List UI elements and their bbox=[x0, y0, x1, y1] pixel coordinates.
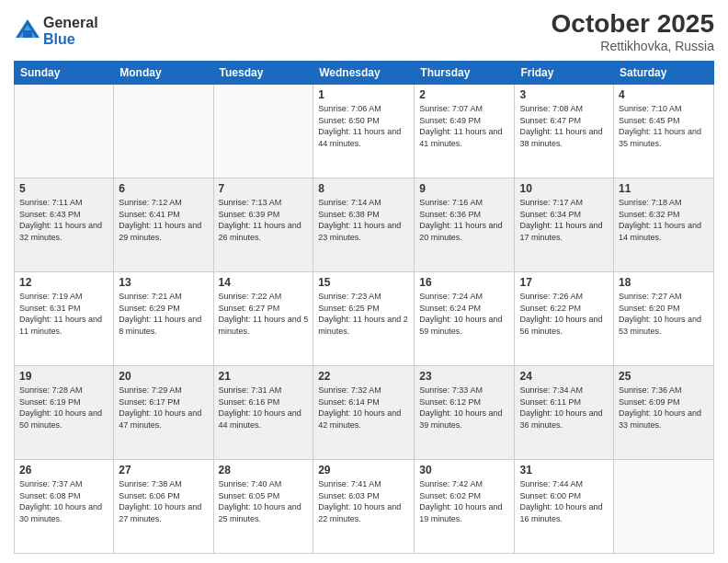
logo: General Blue bbox=[14, 15, 98, 47]
day-info: Sunrise: 7:11 AM Sunset: 6:43 PM Dayligh… bbox=[19, 197, 108, 243]
day-info: Sunrise: 7:42 AM Sunset: 6:02 PM Dayligh… bbox=[419, 478, 509, 524]
day-number: 20 bbox=[119, 370, 208, 383]
calendar-day-cell: 5Sunrise: 7:11 AM Sunset: 6:43 PM Daylig… bbox=[15, 178, 114, 272]
title-block: October 2025 Rettikhovka, Russia bbox=[552, 9, 714, 53]
day-number: 28 bbox=[219, 464, 309, 477]
day-info: Sunrise: 7:29 AM Sunset: 6:17 PM Dayligh… bbox=[119, 385, 208, 431]
calendar-day-cell: 13Sunrise: 7:21 AM Sunset: 6:29 PM Dayli… bbox=[114, 272, 213, 366]
calendar-day-cell: 12Sunrise: 7:19 AM Sunset: 6:31 PM Dayli… bbox=[15, 272, 114, 366]
calendar-week-row: 5Sunrise: 7:11 AM Sunset: 6:43 PM Daylig… bbox=[15, 178, 714, 272]
calendar-day-cell: 28Sunrise: 7:40 AM Sunset: 6:05 PM Dayli… bbox=[213, 460, 313, 554]
calendar-day-cell bbox=[614, 460, 714, 554]
day-number: 27 bbox=[119, 464, 208, 477]
day-number: 24 bbox=[519, 370, 609, 383]
calendar-day-cell: 21Sunrise: 7:31 AM Sunset: 6:16 PM Dayli… bbox=[213, 366, 313, 460]
day-info: Sunrise: 7:21 AM Sunset: 6:29 PM Dayligh… bbox=[119, 291, 208, 337]
calendar-day-cell bbox=[213, 85, 313, 178]
calendar-day-cell bbox=[15, 85, 114, 178]
calendar-day-cell: 16Sunrise: 7:24 AM Sunset: 6:24 PM Dayli… bbox=[415, 272, 515, 366]
calendar-day-cell: 20Sunrise: 7:29 AM Sunset: 6:17 PM Dayli… bbox=[114, 366, 213, 460]
day-info: Sunrise: 7:17 AM Sunset: 6:34 PM Dayligh… bbox=[519, 197, 609, 243]
calendar-week-row: 26Sunrise: 7:37 AM Sunset: 6:08 PM Dayli… bbox=[15, 460, 714, 554]
day-number: 7 bbox=[219, 182, 309, 195]
day-info: Sunrise: 7:26 AM Sunset: 6:22 PM Dayligh… bbox=[519, 291, 609, 337]
calendar-table: Sunday Monday Tuesday Wednesday Thursday… bbox=[14, 61, 714, 554]
day-number: 8 bbox=[318, 182, 409, 195]
col-monday: Monday bbox=[114, 62, 213, 85]
logo-general-text: General bbox=[43, 15, 98, 31]
day-info: Sunrise: 7:28 AM Sunset: 6:19 PM Dayligh… bbox=[19, 385, 108, 431]
day-info: Sunrise: 7:27 AM Sunset: 6:20 PM Dayligh… bbox=[619, 291, 709, 337]
day-info: Sunrise: 7:10 AM Sunset: 6:45 PM Dayligh… bbox=[619, 103, 709, 149]
day-number: 4 bbox=[619, 88, 709, 101]
day-info: Sunrise: 7:41 AM Sunset: 6:03 PM Dayligh… bbox=[318, 478, 409, 524]
day-info: Sunrise: 7:32 AM Sunset: 6:14 PM Dayligh… bbox=[318, 385, 409, 431]
day-info: Sunrise: 7:08 AM Sunset: 6:47 PM Dayligh… bbox=[519, 103, 609, 149]
col-saturday: Saturday bbox=[614, 62, 714, 85]
calendar-day-cell: 30Sunrise: 7:42 AM Sunset: 6:02 PM Dayli… bbox=[415, 460, 515, 554]
day-number: 16 bbox=[419, 276, 509, 289]
col-tuesday: Tuesday bbox=[213, 62, 313, 85]
day-number: 22 bbox=[318, 370, 409, 383]
calendar-day-cell: 10Sunrise: 7:17 AM Sunset: 6:34 PM Dayli… bbox=[515, 178, 614, 272]
calendar-day-cell: 7Sunrise: 7:13 AM Sunset: 6:39 PM Daylig… bbox=[213, 178, 313, 272]
svg-rect-2 bbox=[23, 30, 32, 38]
day-info: Sunrise: 7:40 AM Sunset: 6:05 PM Dayligh… bbox=[219, 478, 309, 524]
day-number: 23 bbox=[419, 370, 509, 383]
day-number: 10 bbox=[519, 182, 609, 195]
calendar-day-cell: 18Sunrise: 7:27 AM Sunset: 6:20 PM Dayli… bbox=[614, 272, 714, 366]
day-number: 11 bbox=[619, 182, 709, 195]
calendar-day-cell: 1Sunrise: 7:06 AM Sunset: 6:50 PM Daylig… bbox=[313, 85, 415, 178]
day-info: Sunrise: 7:12 AM Sunset: 6:41 PM Dayligh… bbox=[119, 197, 208, 243]
day-info: Sunrise: 7:19 AM Sunset: 6:31 PM Dayligh… bbox=[19, 291, 108, 337]
day-info: Sunrise: 7:34 AM Sunset: 6:11 PM Dayligh… bbox=[519, 385, 609, 431]
day-number: 3 bbox=[519, 88, 609, 101]
day-info: Sunrise: 7:44 AM Sunset: 6:00 PM Dayligh… bbox=[519, 478, 609, 524]
day-info: Sunrise: 7:16 AM Sunset: 6:36 PM Dayligh… bbox=[419, 197, 509, 243]
calendar-header-row: Sunday Monday Tuesday Wednesday Thursday… bbox=[15, 62, 714, 85]
month-year-title: October 2025 bbox=[552, 9, 714, 39]
calendar-day-cell: 29Sunrise: 7:41 AM Sunset: 6:03 PM Dayli… bbox=[313, 460, 415, 554]
calendar-day-cell: 25Sunrise: 7:36 AM Sunset: 6:09 PM Dayli… bbox=[614, 366, 714, 460]
day-info: Sunrise: 7:36 AM Sunset: 6:09 PM Dayligh… bbox=[619, 385, 709, 431]
day-number: 17 bbox=[519, 276, 609, 289]
calendar-day-cell: 15Sunrise: 7:23 AM Sunset: 6:25 PM Dayli… bbox=[313, 272, 415, 366]
day-number: 25 bbox=[619, 370, 709, 383]
calendar-week-row: 19Sunrise: 7:28 AM Sunset: 6:19 PM Dayli… bbox=[15, 366, 714, 460]
day-number: 18 bbox=[619, 276, 709, 289]
day-number: 13 bbox=[119, 276, 208, 289]
calendar-day-cell: 2Sunrise: 7:07 AM Sunset: 6:49 PM Daylig… bbox=[415, 85, 515, 178]
calendar-day-cell: 3Sunrise: 7:08 AM Sunset: 6:47 PM Daylig… bbox=[515, 85, 614, 178]
header: General Blue October 2025 Rettikhovka, R… bbox=[14, 9, 714, 53]
day-info: Sunrise: 7:07 AM Sunset: 6:49 PM Dayligh… bbox=[419, 103, 509, 149]
day-info: Sunrise: 7:37 AM Sunset: 6:08 PM Dayligh… bbox=[19, 478, 108, 524]
day-number: 29 bbox=[318, 464, 409, 477]
day-number: 12 bbox=[19, 276, 108, 289]
logo-icon bbox=[14, 17, 41, 45]
calendar-day-cell bbox=[114, 85, 213, 178]
calendar-day-cell: 26Sunrise: 7:37 AM Sunset: 6:08 PM Dayli… bbox=[15, 460, 114, 554]
day-number: 14 bbox=[219, 276, 309, 289]
day-number: 26 bbox=[19, 464, 108, 477]
calendar-day-cell: 22Sunrise: 7:32 AM Sunset: 6:14 PM Dayli… bbox=[313, 366, 415, 460]
day-number: 31 bbox=[519, 464, 609, 477]
calendar-day-cell: 14Sunrise: 7:22 AM Sunset: 6:27 PM Dayli… bbox=[213, 272, 313, 366]
day-number: 19 bbox=[19, 370, 108, 383]
logo-text: General Blue bbox=[43, 15, 98, 47]
day-info: Sunrise: 7:06 AM Sunset: 6:50 PM Dayligh… bbox=[318, 103, 409, 149]
day-number: 1 bbox=[318, 88, 409, 101]
calendar-day-cell: 19Sunrise: 7:28 AM Sunset: 6:19 PM Dayli… bbox=[15, 366, 114, 460]
day-number: 21 bbox=[219, 370, 309, 383]
calendar-day-cell: 31Sunrise: 7:44 AM Sunset: 6:00 PM Dayli… bbox=[515, 460, 614, 554]
day-info: Sunrise: 7:31 AM Sunset: 6:16 PM Dayligh… bbox=[219, 385, 309, 431]
day-number: 30 bbox=[419, 464, 509, 477]
calendar-day-cell: 11Sunrise: 7:18 AM Sunset: 6:32 PM Dayli… bbox=[614, 178, 714, 272]
day-info: Sunrise: 7:23 AM Sunset: 6:25 PM Dayligh… bbox=[318, 291, 409, 337]
day-info: Sunrise: 7:38 AM Sunset: 6:06 PM Dayligh… bbox=[119, 478, 208, 524]
day-info: Sunrise: 7:13 AM Sunset: 6:39 PM Dayligh… bbox=[219, 197, 309, 243]
page: General Blue October 2025 Rettikhovka, R… bbox=[0, 0, 728, 563]
day-number: 6 bbox=[119, 182, 208, 195]
location-subtitle: Rettikhovka, Russia bbox=[552, 39, 714, 53]
calendar-day-cell: 17Sunrise: 7:26 AM Sunset: 6:22 PM Dayli… bbox=[515, 272, 614, 366]
col-wednesday: Wednesday bbox=[313, 62, 415, 85]
